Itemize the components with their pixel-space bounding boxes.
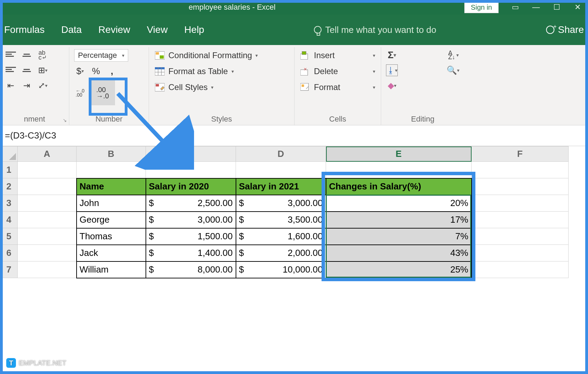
format-button[interactable]: Format ▾: [299, 81, 376, 93]
cell-b5[interactable]: Thomas: [77, 228, 146, 245]
decrease-decimal-button[interactable]: .00 →.0: [90, 80, 115, 105]
cell-d6[interactable]: $2,000.00: [236, 245, 326, 261]
svg-rect-2: [160, 55, 164, 59]
tab-data[interactable]: Data: [61, 24, 82, 35]
tab-help[interactable]: Help: [184, 24, 204, 35]
svg-rect-1: [156, 52, 159, 55]
delete-cells-icon: ✕: [300, 67, 310, 76]
cell-d3[interactable]: $3,000.00: [236, 195, 326, 212]
share-label: Share: [558, 24, 584, 35]
orientation-button[interactable]: ⤢: [37, 80, 49, 91]
cell-e5[interactable]: 7%: [326, 228, 472, 245]
watermark-text: EMPLATE.NET: [19, 359, 66, 367]
table-header-s2020[interactable]: Salary in 2020: [146, 178, 236, 195]
fill-button[interactable]: ⭳: [386, 64, 398, 76]
col-header-c[interactable]: C: [146, 146, 236, 162]
row-header-2[interactable]: 2: [0, 178, 18, 195]
number-format-dropdown[interactable]: Percentage: [74, 49, 128, 62]
cell-styles-button[interactable]: Cell Styles: [154, 81, 289, 93]
table-header-change[interactable]: Changes in Salary(%): [326, 178, 472, 195]
row-header-4[interactable]: 4: [0, 212, 18, 228]
row-header-5[interactable]: 5: [0, 228, 18, 245]
cell-b3[interactable]: John: [77, 195, 146, 212]
decrease-indent-button[interactable]: ⇤: [5, 80, 17, 91]
number-dialog-launcher[interactable]: ↘: [142, 117, 147, 123]
format-as-table-button[interactable]: Format as Table: [154, 65, 289, 78]
alignment-dialog-launcher[interactable]: ↘: [63, 117, 67, 123]
share-button[interactable]: Share: [546, 24, 584, 35]
cell-e6[interactable]: 43%: [326, 245, 472, 261]
cell-styles-label: Cell Styles: [168, 82, 208, 92]
table-header-s2021[interactable]: Salary in 2021: [236, 178, 326, 195]
accounting-format-button[interactable]: $: [74, 65, 86, 77]
col-header-b[interactable]: B: [77, 146, 146, 162]
cell-d4[interactable]: $3,500.00: [236, 212, 326, 228]
row-header-3[interactable]: 3: [0, 195, 18, 212]
tell-me-label: Tell me what you want to do: [325, 25, 436, 35]
ribbon: abc⤶ ⊞ ⇤ ⇥ ⤢ nment ↘ Percentage: [0, 45, 588, 125]
cell-c5[interactable]: $1,500.00: [146, 228, 236, 245]
increase-indent-button[interactable]: ⇥: [21, 80, 33, 91]
cell-c4[interactable]: $3,000.00: [146, 212, 236, 228]
row-header-6[interactable]: 6: [0, 245, 18, 261]
merge-center-button[interactable]: ⊞: [37, 64, 49, 76]
row-header-7[interactable]: 7: [0, 261, 18, 278]
maximize-icon[interactable]: ☐: [546, 3, 567, 12]
col-header-d[interactable]: D: [236, 146, 326, 162]
lightbulb-icon: [314, 26, 322, 34]
cell-d5[interactable]: $1,600.00: [236, 228, 326, 245]
group-number-label: Number: [74, 113, 144, 124]
cell-c6[interactable]: $1,400.00: [146, 245, 236, 261]
align-middle-button[interactable]: [21, 49, 33, 61]
ribbon-tabs: Formulas Data Review View Help Tell me w…: [0, 15, 588, 45]
cell-b6[interactable]: Jack: [77, 245, 146, 261]
ribbon-display-options-icon[interactable]: ▭: [505, 3, 526, 12]
sign-in-button[interactable]: Sign in: [464, 2, 499, 13]
minimize-icon[interactable]: —: [526, 3, 546, 12]
conditional-formatting-icon: [155, 51, 165, 60]
share-icon: [546, 26, 554, 34]
select-all-corner[interactable]: [0, 146, 18, 162]
formula-bar[interactable]: =(D3-C3)/C3: [0, 125, 588, 146]
cell-e7[interactable]: 25%: [326, 261, 472, 278]
align-center-button[interactable]: [21, 64, 33, 76]
group-cells-label: Cells: [299, 113, 376, 124]
formula-text: =(D3-C3)/C3: [5, 130, 56, 141]
comma-style-button[interactable]: ,: [106, 65, 118, 77]
svg-rect-15: [302, 84, 304, 87]
find-select-button[interactable]: 🔍: [447, 64, 459, 76]
tab-view[interactable]: View: [147, 24, 168, 35]
spreadsheet-grid[interactable]: A B C D E F 1 2 Name Salary in 2020 Sala…: [0, 146, 588, 278]
cell-b7[interactable]: William: [77, 261, 146, 278]
group-alignment: abc⤶ ⊞ ⇤ ⇥ ⤢ nment ↘: [0, 47, 69, 125]
tell-me-search[interactable]: Tell me what you want to do: [314, 25, 436, 35]
cell-e4[interactable]: 17%: [326, 212, 472, 228]
col-header-f[interactable]: F: [472, 146, 569, 162]
insert-button[interactable]: Insert ▾: [299, 49, 376, 62]
percent-style-button[interactable]: %: [90, 65, 102, 77]
align-top-button[interactable]: [5, 49, 17, 61]
row-header-1[interactable]: 1: [0, 162, 18, 178]
decrease-decimal-label: .00 →.0: [96, 87, 109, 99]
svg-rect-4: [155, 67, 165, 69]
cell-c3[interactable]: $2,500.00: [146, 195, 236, 212]
cell-d7[interactable]: $10,000.00: [236, 261, 326, 278]
increase-decimal-button[interactable]: ←.0 .00: [74, 87, 86, 99]
cell-e3[interactable]: 20%: [326, 195, 472, 212]
delete-button[interactable]: ✕ Delete ▾: [299, 65, 376, 78]
tab-formulas[interactable]: Formulas: [4, 24, 45, 35]
tab-review[interactable]: Review: [98, 24, 130, 35]
number-format-value: Percentage: [78, 51, 117, 60]
col-header-a[interactable]: A: [18, 146, 77, 162]
wrap-text-button[interactable]: abc⤶: [37, 49, 49, 61]
col-header-e[interactable]: E: [326, 146, 472, 162]
sort-filter-button[interactable]: A Z↓: [448, 49, 459, 61]
clear-button[interactable]: ◆: [386, 80, 398, 91]
align-left-button[interactable]: [5, 64, 17, 76]
cell-c7[interactable]: $8,000.00: [146, 261, 236, 278]
conditional-formatting-button[interactable]: Conditional Formatting: [154, 49, 289, 62]
autosum-button[interactable]: Σ: [386, 49, 398, 61]
table-header-name[interactable]: Name: [77, 178, 146, 195]
close-icon[interactable]: ✕: [567, 3, 588, 12]
cell-b4[interactable]: George: [77, 212, 146, 228]
